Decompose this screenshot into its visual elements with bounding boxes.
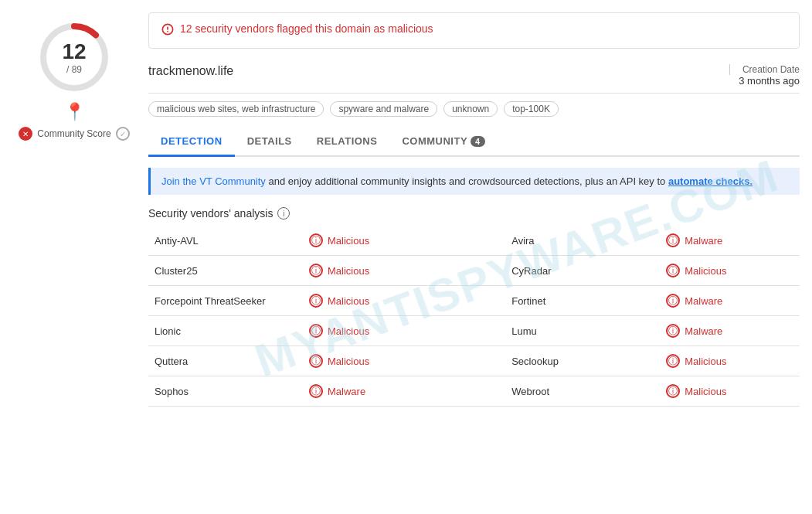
score-total: / 89 [62, 63, 86, 74]
vendor-row: SophosⓘMalwareWebrootⓘMalicious [148, 376, 800, 407]
domain-info: trackmenow.life Creation Date 3 months a… [148, 58, 800, 94]
tabs-container: DETECTIONDETAILSRELATIONSCOMMUNITY4 [148, 128, 800, 157]
vendor-name: Sophos [148, 376, 303, 407]
status-text: Malicious [328, 325, 369, 337]
status-text: Malicious [685, 356, 726, 367]
vendor-name: CyRadar [505, 256, 660, 286]
status-icon: ⓘ [309, 324, 323, 338]
creation-date-value: 3 months ago [729, 75, 800, 87]
creation-date: Creation Date 3 months ago [729, 64, 800, 87]
security-section-title: Security vendors' analysis i [148, 207, 800, 220]
vendor-status: ⓘMalware [660, 286, 800, 316]
domain-name: trackmenow.life [148, 64, 233, 78]
vendor-status: ⓘMalicious [303, 226, 490, 256]
status-icon: ⓘ [666, 324, 680, 338]
vendor-status: ⓘMalicious [660, 256, 800, 286]
community-banner: Join the VT Community and enjoy addition… [148, 168, 800, 195]
score-number: 12 [62, 40, 86, 64]
vendor-name: Lionic [148, 316, 303, 346]
vendor-row: Forcepoint ThreatSeekerⓘMaliciousFortine… [148, 286, 800, 316]
info-icon[interactable]: i [277, 207, 290, 220]
tab-details[interactable]: DETAILS [235, 128, 304, 155]
community-score-x-icon[interactable]: ✕ [19, 127, 32, 141]
tab-detection[interactable]: DETECTION [148, 128, 235, 157]
status-text: Malicious [328, 295, 369, 307]
vendor-name: Forcepoint ThreatSeeker [148, 286, 303, 316]
right-panel: 12 security vendors flagged this domain … [148, 12, 800, 407]
automate-checks-link[interactable]: automate checks. [668, 175, 753, 187]
vendor-name: Webroot [505, 376, 660, 407]
alert-banner: 12 security vendors flagged this domain … [148, 12, 800, 49]
vendor-row: QutteraⓘMaliciousSeclookupⓘMalicious [148, 346, 800, 376]
status-icon: ⓘ [666, 294, 680, 308]
tag[interactable]: top-100K [504, 101, 559, 117]
status-text: Malware [685, 295, 722, 307]
creation-date-label: Creation Date [729, 64, 800, 75]
vendor-name: Seclookup [505, 346, 660, 376]
score-panel: 12 / 89 📍 ✕ Community Score ✓ [12, 12, 136, 407]
vendor-status: ⓘMalicious [660, 376, 800, 407]
vendor-name: Lumu [505, 316, 660, 346]
status-text: Malicious [685, 265, 726, 277]
alert-text: 12 security vendors flagged this domain … [180, 22, 433, 35]
alert-icon [161, 23, 174, 39]
tab-relations[interactable]: RELATIONS [304, 128, 390, 155]
vendor-name: Avira [505, 226, 660, 256]
vendor-status: ⓘMalware [660, 226, 800, 256]
status-text: Malicious [685, 386, 726, 397]
vendor-name: Antiy-AVL [148, 226, 303, 256]
vendor-name: Quttera [148, 346, 303, 376]
status-text: Malicious [328, 356, 369, 367]
status-text: Malware [685, 235, 722, 247]
vendor-name: Cluster25 [148, 256, 303, 286]
status-icon: ⓘ [309, 294, 323, 308]
vendor-status: ⓘMalicious [660, 346, 800, 376]
vendor-status: ⓘMalware [303, 376, 490, 407]
vendor-table: Antiy-AVLⓘMaliciousAviraⓘMalwareCluster2… [148, 226, 800, 407]
tab-badge-community: 4 [471, 136, 485, 147]
location-icon: 📍 [64, 102, 85, 122]
status-icon: ⓘ [309, 264, 323, 277]
status-text: Malware [685, 325, 722, 337]
vendor-row: Antiy-AVLⓘMaliciousAviraⓘMalware [148, 226, 800, 256]
vendor-status: ⓘMalicious [303, 286, 490, 316]
status-text: Malicious [328, 235, 369, 247]
tag[interactable]: spyware and malware [330, 101, 437, 117]
status-icon: ⓘ [666, 384, 680, 398]
status-icon: ⓘ [666, 264, 680, 277]
status-icon: ⓘ [309, 384, 323, 398]
security-title-text: Security vendors' analysis [148, 207, 273, 220]
vendor-row: Cluster25ⓘMaliciousCyRadarⓘMalicious [148, 256, 800, 286]
status-text: Malware [328, 386, 365, 397]
tags-container: malicious web sites, web infrastructures… [148, 101, 800, 117]
join-vt-community-link[interactable]: Join the VT Community [161, 175, 266, 187]
vendor-row: LionicⓘMaliciousLumuⓘMalware [148, 316, 800, 346]
status-icon: ⓘ [309, 233, 323, 247]
vendor-status: ⓘMalicious [303, 346, 490, 376]
score-circle: 12 / 89 [36, 19, 113, 96]
tab-community[interactable]: COMMUNITY4 [389, 128, 497, 155]
status-icon: ⓘ [309, 354, 323, 368]
vendor-status: ⓘMalicious [303, 256, 490, 286]
vendor-name: Fortinet [505, 286, 660, 316]
community-score-row: ✕ Community Score ✓ [19, 127, 129, 141]
status-icon: ⓘ [666, 354, 680, 368]
status-text: Malicious [328, 265, 369, 277]
community-banner-middle-text: and enjoy additional community insights … [266, 175, 668, 187]
vendor-status: ⓘMalware [660, 316, 800, 346]
vendor-status: ⓘMalicious [303, 316, 490, 346]
tag[interactable]: unknown [443, 101, 498, 117]
community-score-label: Community Score [37, 128, 110, 139]
tag[interactable]: malicious web sites, web infrastructure [148, 101, 324, 117]
community-score-check-icon[interactable]: ✓ [116, 127, 130, 141]
status-icon: ⓘ [666, 233, 680, 247]
